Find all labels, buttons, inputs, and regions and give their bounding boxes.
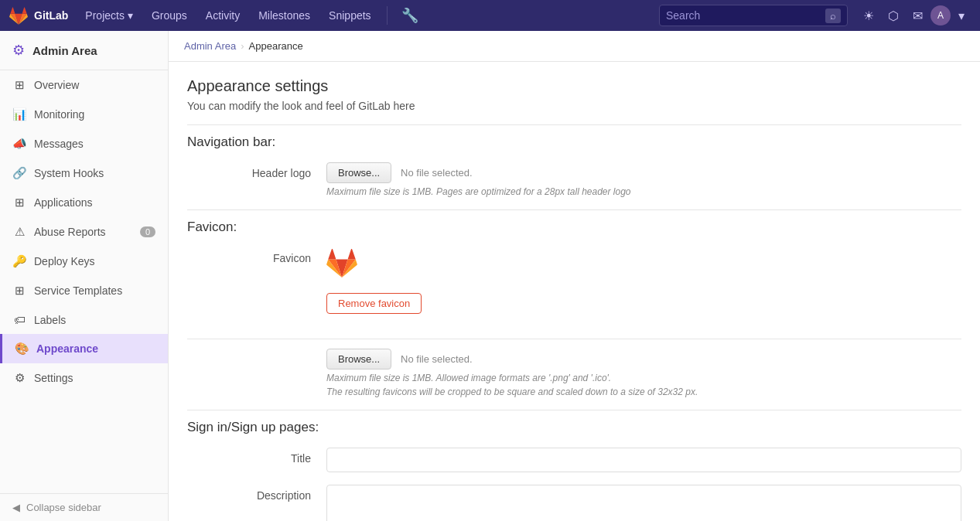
nav-projects[interactable]: Projects ▾ bbox=[77, 6, 141, 25]
breadcrumb: Admin Area › Appearance bbox=[169, 31, 980, 62]
monitoring-icon: 📊 bbox=[12, 107, 26, 121]
sidebar-item-service-templates[interactable]: ⊞ Service Templates bbox=[0, 276, 168, 305]
favicon-browse-button[interactable]: Browse... bbox=[326, 349, 391, 369]
deploy-keys-icon: 🔑 bbox=[12, 254, 26, 268]
sidebar-item-labels-label: Labels bbox=[34, 314, 66, 326]
signin-title-field bbox=[326, 448, 961, 472]
merge-icon-btn[interactable]: ⬡ bbox=[882, 5, 905, 26]
favicon-image bbox=[326, 247, 357, 278]
main-content: Admin Area › Appearance Appearance setti… bbox=[169, 31, 980, 521]
system-hooks-icon: 🔗 bbox=[12, 166, 26, 180]
favicon-file-note1: Maximum file size is 1MB. Allowed image … bbox=[326, 373, 961, 383]
favicon-upload-row: Browse... No file selected. Maximum file… bbox=[187, 349, 961, 397]
nav-icon-buttons: ☀ ⬡ ✉ A ▾ bbox=[857, 5, 971, 26]
search-input[interactable] bbox=[666, 9, 821, 22]
nav-milestones[interactable]: Milestones bbox=[251, 6, 318, 25]
signin-description-label: Description bbox=[187, 485, 326, 502]
favicon-file-hint: No file selected. bbox=[401, 353, 473, 365]
sidebar-item-labels[interactable]: 🏷 Labels bbox=[0, 305, 168, 334]
nav-activity[interactable]: Activity bbox=[198, 6, 248, 25]
signin-title-label: Title bbox=[187, 448, 326, 465]
signin-section-title: Sign in/Sign up pages: bbox=[187, 420, 961, 435]
favicon-upload-field: Browse... No file selected. Maximum file… bbox=[326, 349, 961, 397]
user-avatar[interactable]: A bbox=[930, 5, 951, 26]
sidebar-item-appearance[interactable]: 🎨 Appearance bbox=[0, 334, 168, 363]
sidebar-header: ⚙ Admin Area bbox=[0, 31, 168, 70]
signin-title-row: Title bbox=[187, 448, 961, 472]
signin-description-row: Description bbox=[187, 485, 961, 521]
favicon-file-note2: The resulting favicons will be cropped t… bbox=[326, 386, 961, 397]
labels-icon: 🏷 bbox=[12, 313, 26, 326]
favicon-upload-label bbox=[187, 349, 326, 353]
sidebar-item-messages-label: Messages bbox=[34, 138, 84, 150]
sidebar-item-system-hooks[interactable]: 🔗 System Hooks bbox=[0, 158, 168, 188]
top-navigation: GitLab Projects ▾ Groups Activity Milest… bbox=[0, 0, 980, 31]
breadcrumb-separator: › bbox=[241, 40, 244, 52]
appearance-icon: 🎨 bbox=[15, 342, 29, 356]
nav-snippets[interactable]: Snippets bbox=[321, 6, 378, 25]
header-logo-file-hint: No file selected. bbox=[401, 167, 473, 179]
header-logo-file-note: Maximum file size is 1MB. Pages are opti… bbox=[326, 186, 961, 197]
sidebar-item-applications[interactable]: ⊞ Applications bbox=[0, 188, 168, 217]
sidebar-item-messages[interactable]: 📣 Messages bbox=[0, 129, 168, 158]
sidebar-item-system-hooks-label: System Hooks bbox=[34, 167, 104, 179]
sidebar: ⚙ Admin Area ⊞ Overview 📊 Monitoring 📣 M… bbox=[0, 31, 169, 521]
collapse-chevron-icon: ◀ bbox=[12, 502, 20, 513]
signin-title-input[interactable] bbox=[326, 448, 961, 472]
breadcrumb-parent-link[interactable]: Admin Area bbox=[184, 40, 236, 52]
messages-icon: 📣 bbox=[12, 137, 26, 151]
favicon-divider bbox=[187, 410, 961, 410]
page-description: You can modify the look and feel of GitL… bbox=[187, 100, 961, 112]
nav-groups[interactable]: Groups bbox=[144, 6, 195, 25]
sidebar-item-deploy-keys[interactable]: 🔑 Deploy Keys bbox=[0, 247, 168, 276]
header-logo-row: Header logo Browse... No file selected. … bbox=[187, 162, 961, 197]
page-title: Appearance settings bbox=[187, 77, 961, 95]
gitlab-logo[interactable]: GitLab bbox=[9, 6, 68, 25]
search-button[interactable]: ⌕ bbox=[825, 9, 841, 23]
sidebar-item-overview-label: Overview bbox=[34, 79, 79, 91]
favicon-mid-divider bbox=[187, 339, 961, 339]
sidebar-item-settings-label: Settings bbox=[34, 372, 73, 384]
star-icon-btn[interactable]: ☀ bbox=[857, 5, 880, 26]
favicon-preview bbox=[326, 247, 961, 281]
sidebar-item-deploy-keys-label: Deploy Keys bbox=[34, 255, 95, 267]
logo-text: GitLab bbox=[34, 9, 68, 22]
settings-icon: ⚙ bbox=[12, 371, 26, 385]
collapse-sidebar-button[interactable]: ◀ Collapse sidebar bbox=[0, 493, 168, 521]
header-logo-browse-button[interactable]: Browse... bbox=[326, 162, 391, 183]
sidebar-item-overview[interactable]: ⊞ Overview bbox=[0, 70, 168, 100]
favicon-section-title: Favicon: bbox=[187, 220, 961, 235]
title-divider bbox=[187, 124, 961, 125]
breadcrumb-current: Appearance bbox=[249, 40, 303, 52]
sidebar-title: Admin Area bbox=[32, 44, 97, 57]
remove-favicon-button[interactable]: Remove favicon bbox=[326, 293, 422, 314]
admin-area-icon: ⚙ bbox=[12, 42, 25, 59]
abuse-reports-icon: ⚠ bbox=[12, 225, 26, 239]
todo-icon-btn[interactable]: ✉ bbox=[907, 5, 929, 26]
header-logo-field: Browse... No file selected. Maximum file… bbox=[326, 162, 961, 197]
sidebar-item-abuse-reports[interactable]: ⚠ Abuse Reports 0 bbox=[0, 217, 168, 247]
signin-description-field bbox=[326, 485, 961, 521]
sidebar-item-monitoring-label: Monitoring bbox=[34, 108, 84, 121]
favicon-label: Favicon bbox=[187, 247, 326, 264]
collapse-label: Collapse sidebar bbox=[26, 502, 101, 513]
signin-description-input[interactable] bbox=[326, 485, 961, 521]
applications-icon: ⊞ bbox=[12, 196, 26, 209]
sidebar-item-abuse-reports-label: Abuse Reports bbox=[34, 226, 106, 238]
nav-separator bbox=[387, 6, 388, 25]
favicon-field: Remove favicon bbox=[326, 247, 961, 326]
sidebar-item-appearance-label: Appearance bbox=[36, 342, 98, 355]
sidebar-item-service-templates-label: Service Templates bbox=[34, 284, 122, 297]
overview-icon: ⊞ bbox=[12, 78, 26, 92]
wrench-icon[interactable]: 🔧 bbox=[395, 4, 425, 27]
content-area: Appearance settings You can modify the l… bbox=[169, 62, 980, 521]
sidebar-item-applications-label: Applications bbox=[34, 196, 93, 209]
navbar-section-title: Navigation bar: bbox=[187, 135, 961, 150]
sidebar-item-monitoring[interactable]: 📊 Monitoring bbox=[0, 100, 168, 129]
main-layout: ⚙ Admin Area ⊞ Overview 📊 Monitoring 📣 M… bbox=[0, 31, 980, 521]
search-bar[interactable]: ⌕ bbox=[659, 5, 848, 26]
avatar-chevron[interactable]: ▾ bbox=[952, 5, 971, 26]
sidebar-item-settings[interactable]: ⚙ Settings bbox=[0, 363, 168, 393]
abuse-reports-badge: 0 bbox=[140, 226, 155, 237]
header-logo-label: Header logo bbox=[187, 162, 326, 179]
